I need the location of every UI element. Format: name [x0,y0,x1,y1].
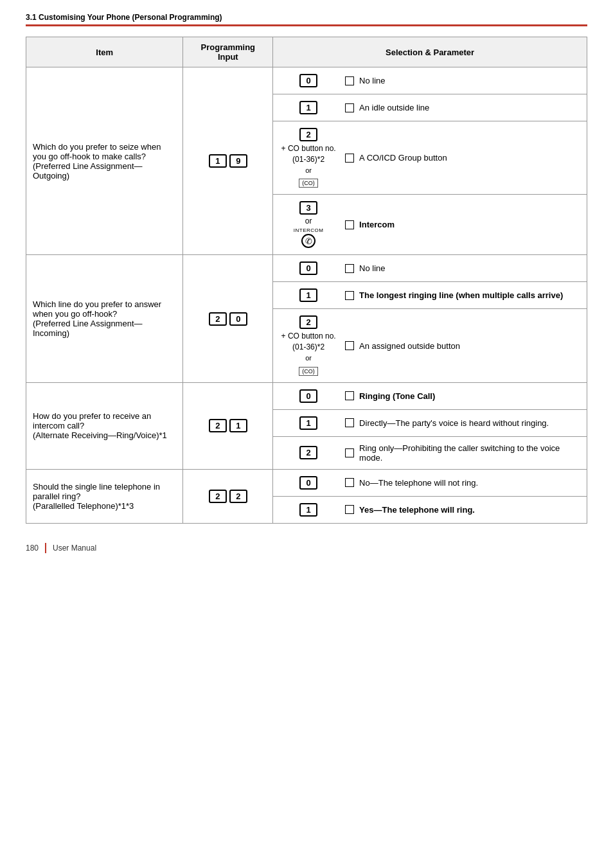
sel-desc: Directly—The party's voice is heard with… [345,418,580,428]
sel-cell-3-0: 0No—The telephone will not ring. [273,469,587,496]
header-sel: Selection & Parameter [273,37,587,67]
sel-code: 1 [280,288,337,302]
sel-cell-2-1: 1Directly—The party's voice is heard wit… [273,409,587,436]
code-key: 0 [299,476,317,490]
key-2: 2 [209,490,227,503]
sel-desc: Yes—The telephone will ring. [345,505,580,515]
sel-code: 2+ CO button no.(01-36)*2or(CO) [280,128,337,188]
key-2: 2 [229,490,247,503]
sel-desc: Ring only—Prohibiting the caller switchi… [345,443,580,463]
desc-text: A CO/ICD Group button [359,153,447,163]
section-header: 3.1 Customising Your Phone (Personal Pro… [26,13,587,26]
sel-cell-1-1: 1The longest ringing line (when multiple… [273,282,587,309]
desc-text: Yes—The telephone will ring. [359,505,475,515]
plus-text: + CO button no.(01-36)*2or [281,332,336,362]
main-table: Item ProgrammingInput Selection & Parame… [26,37,587,524]
table-prog-2: 21 [183,382,273,469]
code-key: 0 [299,74,317,87]
header-item: Item [26,37,183,67]
checkbox[interactable] [345,391,354,400]
sel-code: 2 [280,446,337,459]
table-item-1: Which line do you prefer to answer when … [26,255,183,382]
sel-code: 1 [280,416,337,430]
checkbox[interactable] [345,264,354,273]
key-1: 1 [229,419,247,432]
code-key: 1 [299,503,317,517]
sel-cell-0-2: 2+ CO button no.(01-36)*2or(CO)A CO/ICD … [273,121,587,195]
sel-code: 0 [280,389,337,403]
table-item-0: Which do you prefer to seize when you go… [26,67,183,255]
checkbox[interactable] [345,418,354,427]
page-number: 180 [26,544,39,553]
sel-desc: Intercom [345,220,580,229]
table-item-2: How do you prefer to receive an intercom… [26,382,183,469]
code-key: 1 [299,101,317,114]
sel-cell-0-0: 0No line [273,67,587,94]
key-1: 1 [209,154,227,168]
sel-code: 2+ CO button no.(01-36)*2or(CO) [280,315,337,375]
sel-code: 1 [280,101,337,114]
sel-cell-1-0: 0No line [273,255,587,282]
checkbox[interactable] [345,220,354,229]
or-text: or [305,217,312,226]
co-icon: (CO) [299,367,318,376]
sel-desc: A CO/ICD Group button [345,153,580,163]
sel-cell-2-0: 0Ringing (Tone Call) [273,382,587,409]
table-prog-3: 22 [183,469,273,523]
code-key: 1 [299,416,317,430]
sel-desc: No line [345,263,580,273]
sel-code: 3orINTERCOM✆ [280,201,337,248]
desc-text: No line [359,263,385,273]
key-0: 0 [229,312,247,326]
sel-cell-0-1: 1An idle outside line [273,94,587,121]
desc-text: No line [359,76,385,85]
checkbox[interactable] [345,291,354,300]
table-prog-1: 20 [183,255,273,382]
sel-desc: No line [345,76,580,85]
checkbox[interactable] [345,341,354,350]
extra-text: + CO button no.(01-36)*2or [281,331,336,363]
table-prog-0: 19 [183,67,273,255]
sel-desc: An idle outside line [345,103,580,112]
code-key: 0 [299,261,317,275]
key-9: 9 [229,154,247,168]
code-key: 0 [299,389,317,403]
checkbox[interactable] [345,505,354,514]
intercom-icon: INTERCOM✆ [294,227,324,248]
table-item-3: Should the single line telephone in para… [26,469,183,523]
footer: 180 User Manual [26,543,587,553]
checkbox[interactable] [345,103,354,112]
sel-desc: Ringing (Tone Call) [345,391,580,401]
extra-text: + CO button no.(01-36)*2or [281,143,336,175]
sel-code: 0 [280,476,337,490]
co-icon: (CO) [299,179,318,188]
desc-text: An assigned outside button [359,341,460,351]
code-key: 2 [299,128,317,141]
checkbox[interactable] [345,478,354,487]
key-2: 2 [209,312,227,326]
code-key: 2 [299,315,317,329]
desc-text: No—The telephone will not ring. [359,478,478,488]
checkbox[interactable] [345,448,354,457]
sel-cell-3-1: 1Yes—The telephone will ring. [273,496,587,523]
sel-desc: The longest ringing line (when multiple … [345,290,580,300]
sel-code: 1 [280,503,337,517]
desc-text: Intercom [359,220,395,229]
sel-cell-0-3: 3orINTERCOM✆Intercom [273,195,587,255]
checkbox[interactable] [345,154,354,163]
key-2: 2 [209,419,227,432]
sel-cell-1-2: 2+ CO button no.(01-36)*2or(CO)An assign… [273,309,587,382]
sel-code: 0 [280,261,337,275]
footer-label: User Manual [53,544,96,553]
sel-desc: An assigned outside button [345,341,580,351]
code-key: 2 [299,446,317,459]
plus-text: + CO button no.(01-36)*2or [281,144,336,175]
sel-desc: No—The telephone will not ring. [345,478,580,488]
desc-text: Ringing (Tone Call) [359,391,435,401]
sel-cell-2-2: 2Ring only—Prohibiting the caller switch… [273,436,587,469]
desc-text: An idle outside line [359,103,429,112]
checkbox[interactable] [345,76,354,85]
desc-text: Directly—The party's voice is heard with… [359,418,549,428]
desc-text: Ring only—Prohibiting the caller switchi… [359,443,580,463]
code-key: 1 [299,288,317,302]
